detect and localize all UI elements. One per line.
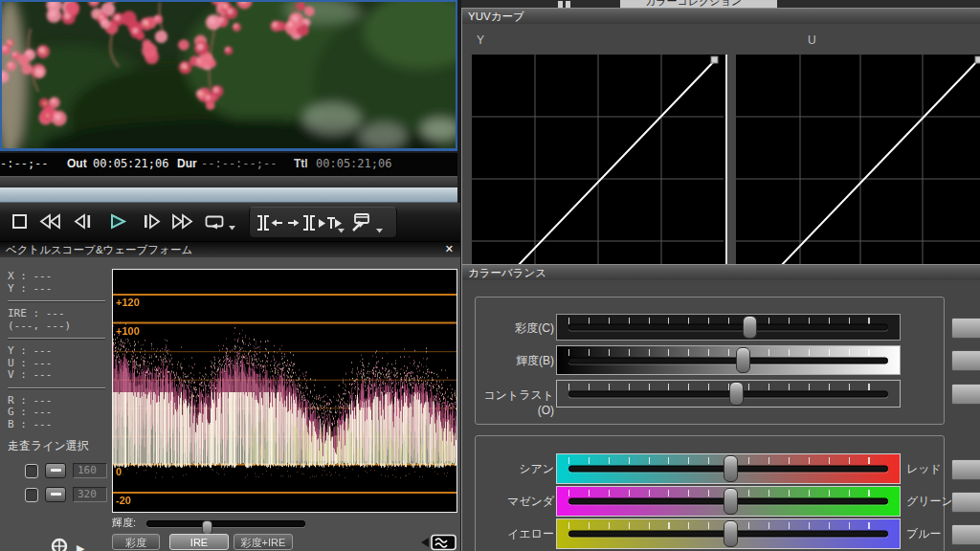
slider-thumb[interactable] (724, 455, 738, 482)
measurement-readouts: X : --- Y : --- IRE : --- (---, ---) Y :… (8, 271, 105, 430)
out-label: Out (67, 157, 87, 170)
flower-stamen (185, 67, 187, 69)
background-button-fragment (566, 1, 570, 8)
tab-label: カラーコレクション (645, 0, 742, 8)
panel-title-text: ベクトルスコープ&ウェーブフォーム (6, 244, 192, 255)
yuv-curve-panel: YUVカーブ Y U (461, 8, 980, 264)
scanline-checkbox-1[interactable] (25, 464, 38, 478)
slider-track[interactable] (568, 390, 888, 397)
curve-handle[interactable] (711, 56, 718, 63)
mode-button-chroma-ire[interactable]: 彩度+IRE (234, 534, 293, 550)
play-icon[interactable] (105, 212, 134, 233)
scanline-set-button-2[interactable] (45, 487, 66, 502)
contrast-slider[interactable] (556, 380, 901, 408)
flower-stamen (47, 115, 49, 117)
readout-x: X : --- (8, 271, 105, 283)
scanline-row: 160 (25, 463, 107, 478)
cyan-red-slider[interactable] (556, 453, 901, 484)
close-icon[interactable]: ✕ (445, 243, 454, 255)
timecode-bar: -:--;-- Out 00:05:21;06 Dur --:--:--;-- … (0, 153, 457, 176)
saturation-value-box[interactable] (951, 318, 980, 339)
collapse-waveform-icon[interactable] (419, 534, 457, 551)
next-frame-icon[interactable] (140, 212, 168, 233)
flower-blossom (178, 39, 189, 51)
flower-highlight (55, 114, 61, 121)
export-icon[interactable] (349, 211, 378, 232)
flower-highlight (12, 53, 16, 56)
play-options-caret-icon[interactable] (338, 229, 345, 234)
transport-bar (0, 203, 460, 241)
flower-blossom (297, 2, 306, 11)
scanline-value-field-2[interactable]: 320 (73, 487, 107, 502)
tab-color-correction[interactable]: カラーコレクション (620, 0, 777, 8)
flower-highlight (101, 20, 106, 25)
waveform-scope-display: +120+1000-20 (112, 269, 457, 513)
rewind-icon[interactable] (38, 212, 67, 233)
slider-track[interactable] (568, 357, 888, 364)
mode-button-chroma[interactable]: 彩度 (112, 534, 160, 550)
scanline-title: 走査ライン選択 (8, 438, 107, 454)
flower-blossom (155, 31, 167, 43)
waveform-mode-play-icon[interactable]: ▶ (77, 542, 84, 551)
scope-brightness-slider[interactable] (146, 520, 305, 527)
slider-thumb[interactable] (724, 520, 738, 547)
ire-scale-label: 0 (116, 466, 122, 477)
flower-highlight (155, 16, 159, 20)
edit-button-group (249, 207, 397, 238)
scope-brightness-label: 輝度: (112, 517, 136, 528)
fast-forward-icon[interactable] (170, 212, 199, 233)
vectorscope-waveform-panel: ベクトルスコープ&ウェーブフォーム ✕ X : --- Y : --- IRE … (0, 241, 460, 551)
flower-highlight (213, 87, 219, 93)
mode-button-ire[interactable]: IRE (169, 534, 229, 550)
application-window: -:--;-- Out 00:05:21;06 Dur --:--:--;-- … (0, 0, 980, 551)
panel-titlebar: ベクトルスコープ&ウェーブフォーム ✕ (0, 241, 460, 257)
yellow-blue-value-box[interactable] (951, 524, 980, 545)
stop-icon[interactable] (8, 212, 36, 233)
yellow-blue-slider[interactable] (556, 518, 901, 549)
background-window-strip: カラーコレクション (461, 0, 980, 8)
magenta-green-value-box[interactable] (951, 492, 980, 513)
waveform-scope-canvas (113, 270, 457, 512)
flower-highlight (206, 96, 211, 100)
saturation-slider[interactable] (556, 314, 901, 341)
u-curve-editor[interactable] (736, 55, 980, 264)
slider-thumb[interactable] (724, 488, 738, 515)
flower-highlight (209, 17, 215, 24)
brightness-value-box[interactable] (951, 350, 980, 371)
prev-frame-icon[interactable] (71, 212, 100, 233)
scanline-checkbox-2[interactable] (25, 488, 38, 502)
flower-highlight (99, 14, 103, 19)
flower-highlight (8, 62, 12, 67)
brightness-slider[interactable] (556, 345, 901, 375)
slider-track[interactable] (568, 324, 888, 331)
scope-brightness-thumb[interactable] (202, 520, 212, 535)
readout-luma-y: Y : --- (8, 345, 105, 358)
flower-highlight (51, 99, 56, 103)
slider-thumb[interactable] (729, 382, 744, 406)
slider-thumb[interactable] (736, 347, 750, 373)
y-curve-editor[interactable] (472, 55, 727, 264)
position-bar[interactable] (0, 187, 457, 203)
divider (8, 338, 105, 340)
export-options-caret-icon[interactable] (376, 229, 384, 234)
magenta-green-slider[interactable] (556, 486, 901, 517)
flower-blossom (21, 63, 32, 74)
out-timecode: 00:05:21;06 (93, 157, 168, 170)
divider (8, 387, 105, 389)
scanline-value-field-1[interactable]: 160 (73, 463, 107, 478)
curve-handle[interactable] (975, 56, 980, 63)
vectorscope-mode-icon[interactable] (51, 538, 68, 551)
goto-in-icon[interactable] (256, 214, 284, 235)
readout-y: Y : --- (8, 283, 105, 296)
scanline-set-button-1[interactable] (45, 463, 66, 478)
loop-options-caret-icon[interactable] (229, 226, 236, 231)
slider-thumb[interactable] (743, 316, 757, 339)
contrast-value-box[interactable] (951, 384, 980, 405)
cyan-red-value-box[interactable] (951, 459, 980, 480)
preview-frame-flowers (2, 2, 456, 148)
scanline-select-section: 走査ライン選択 160 320 (8, 438, 107, 502)
goto-out-icon[interactable] (286, 214, 315, 235)
contrast-label: コントラスト(O) (470, 387, 554, 417)
loop-play-icon[interactable] (203, 212, 232, 233)
panel-title-text: YUVカーブ (468, 11, 524, 22)
